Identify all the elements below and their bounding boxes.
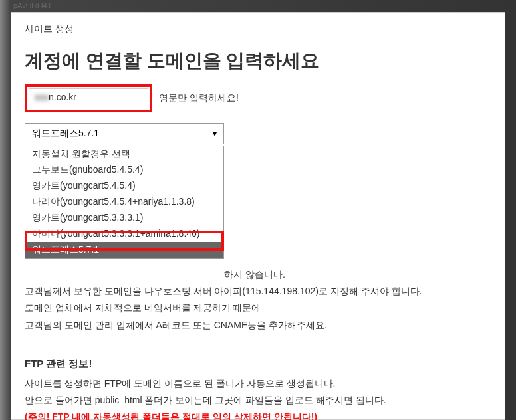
domain-input-row: xxxn.co.kr 영문만 입력하세요! bbox=[25, 84, 491, 112]
info-line-partial: 하지 않습니다. bbox=[224, 266, 491, 283]
info-line: 도메인 업체에서 자체적으로 네임서버를 제공하기 때문에 bbox=[25, 300, 491, 316]
ftp-line: 사이트를 생성하면 FTP에 도메인 이름으로 된 폴더가 자동으로 생성됩니다… bbox=[25, 375, 491, 392]
site-create-modal: 사이트 생성 계정에 연결할 도메인을 입력하세요 xxxn.co.kr 영문만… bbox=[11, 12, 505, 420]
platform-select[interactable]: 워드프레스5.7.1 ▾ bbox=[25, 123, 224, 144]
platform-select-wrap: 워드프레스5.7.1 ▾ 자동설치 원할경우 선택 그누보드(gnuboard5… bbox=[25, 123, 491, 144]
ftp-line: 안으로 들어가면 public_html 폴더가 보이는데 그곳에 파일들을 업… bbox=[25, 392, 491, 409]
dropdown-item[interactable]: 자동설치 원할경우 선택 bbox=[25, 146, 223, 162]
domain-visible-part: n.co.kr bbox=[49, 92, 76, 102]
info-line: 고객님께서 보유한 도메인을 나우호스팅 서버 아이피(115.144.198.… bbox=[25, 283, 491, 300]
dropdown-item[interactable]: 나리야(youngcart5.4.5.4+nariya1.1.3.8) bbox=[25, 194, 223, 210]
select-value: 워드프레스5.7.1 bbox=[32, 128, 99, 140]
dropdown-item[interactable]: 아미나(youngcart5.3.3.3.1+amina1.8.46) bbox=[25, 226, 223, 242]
domain-hint: 영문만 입력하세요! bbox=[159, 92, 239, 104]
dropdown-item-selected[interactable]: 워드프레스5.7.1 bbox=[25, 242, 223, 258]
platform-dropdown: 자동설치 원할경우 선택 그누보드(gnuboard5.4.5.4) 영카트(y… bbox=[25, 146, 224, 259]
backdrop-hint: pAvf ll d l4 l bbox=[13, 1, 51, 9]
domain-input-highlight: xxxn.co.kr bbox=[25, 84, 152, 112]
info-line: 고객님의 도메인 관리 업체에서 A레코드 또는 CNAME등을 추가해주세요. bbox=[25, 317, 491, 334]
dropdown-item[interactable]: 영카트(youngcart5.4.5.4) bbox=[25, 178, 223, 194]
chevron-down-icon: ▾ bbox=[213, 129, 217, 138]
dropdown-item[interactable]: 영카트(youngcart5.3.3.3.1) bbox=[25, 210, 223, 226]
modal-title: 사이트 생성 bbox=[25, 23, 491, 35]
domain-blurred-part: xxx bbox=[35, 92, 49, 102]
main-heading: 계정에 연결할 도메인을 입력하세요 bbox=[25, 49, 491, 74]
ftp-title: FTP 관련 정보! bbox=[25, 358, 491, 370]
ftp-warning: (주의! FTP 내에 자동생성된 폴더들은 절대로 임의 삭제하면 안됩니다!… bbox=[25, 409, 491, 420]
ftp-section: FTP 관련 정보! 사이트를 생성하면 FTP에 도메인 이름으로 된 폴더가… bbox=[25, 358, 491, 420]
domain-input[interactable]: xxxn.co.kr bbox=[29, 88, 148, 108]
info-section: 하지 않습니다. 고객님께서 보유한 도메인을 나우호스팅 서버 아이피(115… bbox=[25, 266, 491, 334]
dropdown-item[interactable]: 그누보드(gnuboard5.4.5.4) bbox=[25, 162, 223, 178]
